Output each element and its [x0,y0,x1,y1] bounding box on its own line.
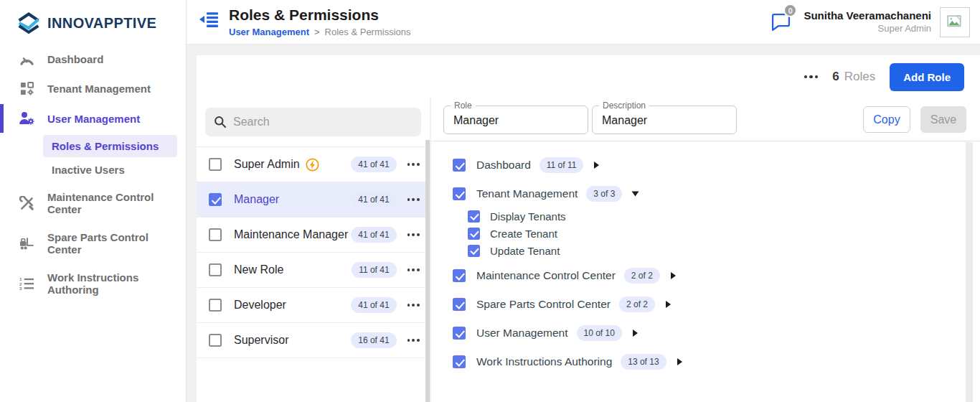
permission-checkbox[interactable] [453,327,466,340]
permission-label: Maintenance Control Center [476,269,616,282]
permission-child-update-tenant: Update Tenant [468,242,980,259]
sidebar-item-roles-permissions[interactable]: Roles & Permissions [43,135,177,157]
user-management-submenu: Roles & Permissions Inactive Users [0,135,186,181]
permission-row-work-instructions-authoring: Work Instructions Authoring 13 of 13 [453,352,980,371]
permission-label: Tenant Management [476,187,578,200]
user-info[interactable]: Sunitha Veeramachaneni Super Admin [804,9,931,34]
brand-logo[interactable]: INNOVAPPTIVE [0,0,186,34]
role-row-new-role[interactable]: New Role 11 of 41 [197,253,430,288]
role-row-manager[interactable]: Manager 41 of 41 [197,182,430,218]
sidebar-item-inactive-users[interactable]: Inactive Users [43,159,177,181]
permission-checkbox[interactable] [468,210,480,223]
permission-row-maintenance-control-center: Maintenance Control Center 2 of 2 [453,266,980,285]
role-checkbox[interactable] [209,334,222,347]
user-management-icon [18,111,35,126]
sidebar-item-label: User Management [47,113,140,125]
sidebar-item-user-management[interactable]: User Management [0,103,186,134]
maintenance-icon [18,196,35,211]
collapse-sidebar-icon[interactable] [199,11,219,30]
permissions-scrollbar[interactable] [966,142,973,402]
expand-caret-icon[interactable] [633,329,638,337]
role-checkbox[interactable] [209,193,222,206]
role-permission-badge: 41 of 41 [351,297,396,313]
permission-label: Spare Parts Control Center [476,298,611,311]
expand-caret-icon[interactable] [594,162,599,169]
permission-count-badge: 13 of 13 [621,354,666,370]
role-more-options-icon[interactable] [406,266,421,274]
role-row-supervisor[interactable]: Supervisor 16 of 41 [197,323,430,358]
permission-count-badge: 10 of 10 [577,325,622,341]
breadcrumb-parent-link[interactable]: User Management [229,27,309,37]
role-more-options-icon[interactable] [406,160,421,169]
role-more-options-icon[interactable] [406,301,421,309]
permission-checkbox[interactable] [453,355,466,368]
permission-checkbox[interactable] [468,245,480,257]
roles-count: 6 [832,70,839,84]
permission-row-user-management: User Management 10 of 10 [453,324,980,342]
roles-list-scrollbar[interactable] [425,140,430,402]
expand-caret-icon[interactable] [666,301,671,308]
permission-child-label: Display Tenants [490,210,566,223]
sidebar-item-tenant-management[interactable]: Tenant Management [0,74,186,103]
sidebar-nav: Dashboard Tenant Management [0,45,186,304]
permission-checkbox[interactable] [453,298,466,311]
sub-item-label: Inactive Users [52,164,125,176]
svg-text:3: 3 [19,286,22,290]
sidebar-item-label: Maintenance Control Center [47,191,180,215]
sidebar-item-label: Tenant Management [47,83,151,95]
role-permission-badge: 11 of 41 [352,262,396,278]
role-permission-badge: 41 of 41 [351,227,396,243]
search-input[interactable] [233,116,413,128]
super-admin-flash-icon [306,158,319,172]
role-row-developer[interactable]: Developer 41 of 41 [197,288,430,323]
permission-count-badge: 2 of 2 [624,268,660,284]
permission-checkbox[interactable] [468,228,480,240]
permission-count-badge: 2 of 2 [619,296,655,312]
user-name: Sunitha Veeramachaneni [804,9,931,23]
permission-label: Dashboard [476,159,531,172]
permission-count-badge: 11 of 11 [540,157,584,173]
role-more-options-icon[interactable] [406,230,421,239]
role-detail-header: Role Description Copy Save [431,98,980,141]
top-header: Roles & Permissions User Management>Role… [187,0,980,45]
role-row-super-admin[interactable]: Super Admin 41 of 41 [197,147,430,182]
permissions-tree: Dashboard 11 of 11 Tenant Management 3 o… [431,141,980,371]
sidebar-item-work-instructions-authoring[interactable]: 1 2 3 Work Instructions Authoring [0,263,186,304]
permission-checkbox[interactable] [453,187,466,200]
role-permission-badge: 41 of 41 [351,192,396,207]
permission-row-dashboard: Dashboard 11 of 11 [453,156,980,174]
more-options-icon[interactable] [801,73,821,82]
expand-caret-icon[interactable] [671,272,676,279]
avatar[interactable] [940,7,970,37]
description-field: Description [592,106,737,134]
role-checkbox[interactable] [209,299,222,312]
search-icon [214,116,227,128]
page-title: Roles & Permissions [229,6,411,24]
add-role-button[interactable]: Add Role [890,63,964,91]
role-more-options-icon[interactable] [406,336,421,345]
tenant-management-children: Display Tenants Create Tenant Update Ten… [468,207,980,259]
sidebar-item-maintenance-control-center[interactable]: Maintenance Control Center [0,183,186,223]
permission-checkbox[interactable] [453,269,466,282]
permission-label: Work Instructions Authoring [476,355,612,368]
role-more-options-icon[interactable] [406,195,421,204]
breadcrumb-separator: > [314,27,320,37]
role-checkbox[interactable] [209,263,222,276]
sidebar-item-spare-parts-control-center[interactable]: Spare Parts Control Center [0,223,186,263]
role-name: New Role [234,263,283,276]
permission-checkbox[interactable] [453,159,466,172]
user-role: Super Admin [804,23,931,34]
role-permission-badge: 16 of 41 [351,332,396,348]
sub-item-label: Roles & Permissions [52,140,159,152]
save-button[interactable]: Save [920,106,966,133]
expand-caret-icon[interactable] [677,358,682,365]
role-row-maintenance-manager[interactable]: Maintenance Manager 41 of 41 [197,218,430,253]
role-checkbox[interactable] [209,228,222,241]
chat-button[interactable]: 0 [771,13,791,31]
collapse-caret-icon[interactable] [632,192,639,197]
role-detail-panel: Role Description Copy Save Dashboard 11 … [431,98,980,402]
roles-list: Super Admin 41 of 41 Manager 41 of 41 Ma… [197,147,430,358]
sidebar-item-dashboard[interactable]: Dashboard [0,45,186,74]
role-checkbox[interactable] [209,158,222,171]
copy-button[interactable]: Copy [863,106,910,133]
